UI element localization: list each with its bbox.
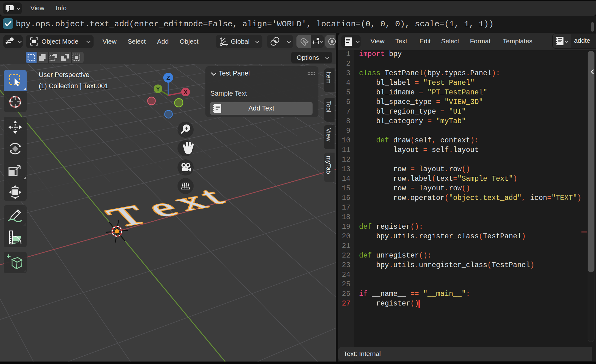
svg-text:X: X (184, 89, 187, 95)
svg-text:Y: Y (156, 86, 160, 92)
svg-text:Z: Z (166, 75, 170, 81)
